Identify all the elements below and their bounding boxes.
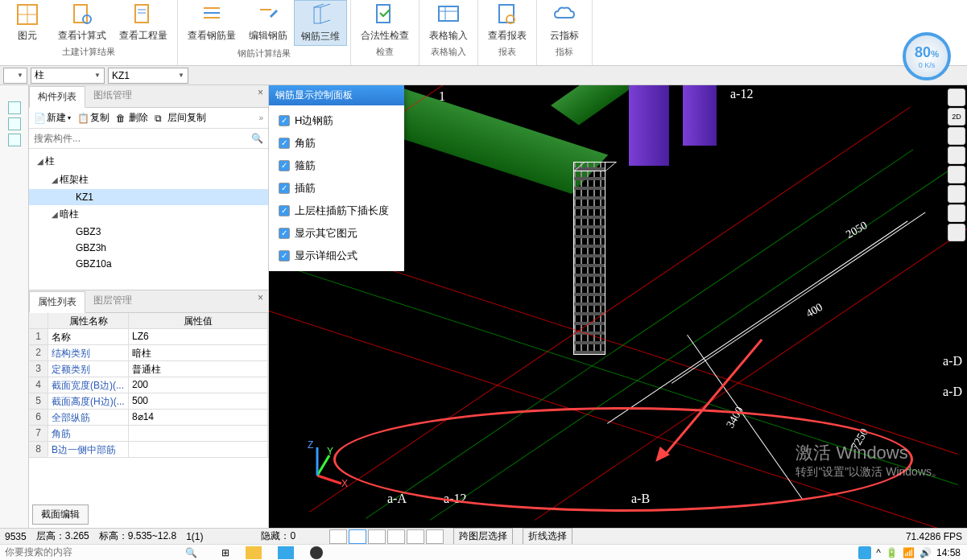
ribbon-view-report[interactable]: 查看报表 [481,0,533,44]
view-tool-1[interactable] [948,89,965,106]
taskbar-app-3[interactable] [310,546,323,559]
view-tool-2d[interactable]: 2D [948,108,965,126]
status-fps: 71.4286 FPS [906,531,962,542]
narrow-btn-3[interactable] [8,134,21,146]
new-button[interactable]: 📄新建 ▾ [34,111,71,125]
taskbar-search-hint[interactable]: 你要搜索的内容 [0,546,72,559]
taskbar-search-icon[interactable]: 🔍 [185,547,197,558]
tray-chevron-up-icon[interactable]: ^ [876,547,881,558]
ribbon-view-quantity[interactable]: 查看工程量 [113,0,174,44]
tree-item[interactable]: KZ1 [29,189,268,205]
dropdown-1[interactable]: ▼ [3,68,27,84]
status-tool-1[interactable] [329,529,347,544]
status-tool-4[interactable] [387,529,405,544]
status-tool-6[interactable] [426,529,444,544]
tree-item[interactable]: GBZ3h [29,240,268,256]
checkbox-icon: ✓ [279,115,290,126]
ribbon-legality-check[interactable]: 合法性检查 [354,0,415,44]
panel-close-icon[interactable]: × [253,85,268,107]
taskbar-app-1[interactable]: ⊞ [221,547,229,558]
layer-copy-button[interactable]: ⧉层间复制 [155,111,206,125]
checkbox-item[interactable]: ✓箍筋 [279,159,395,173]
ribbon-view-element[interactable]: 图元 [3,0,52,44]
left-narrow-toolbar [0,85,29,528]
ribbon-table-input[interactable]: 表格输入 [423,0,474,44]
tray-icon-1[interactable] [858,546,871,559]
search-icon[interactable]: 🔍 [250,133,263,144]
axis-label: a-A [387,492,407,506]
toolbar-more-icon[interactable]: » [258,113,263,122]
status-tool-5[interactable] [407,529,424,544]
speed-gauge[interactable]: 80% 0 K/s [903,32,951,80]
viewport-3d[interactable]: 钢筋显示控制面板 ✓H边钢筋✓角筋✓箍筋✓插筋✓上层柱插筋下插长度✓显示其它图元… [269,85,967,528]
ribbon-group-label-table: 表格输入 [423,44,474,60]
checkbox-item[interactable]: ✓H边钢筋 [279,113,395,128]
tab-layer-mgmt[interactable]: 图层管理 [85,290,140,312]
prop-header-value: 属性值 [129,313,268,328]
tray-wifi-icon[interactable]: 📶 [903,547,915,558]
ribbon-group-label-check: 检查 [354,44,415,60]
ribbon-group-label-civil: 土建计算结果 [3,44,174,60]
checkbox-item[interactable]: ✓上层柱插筋下插长度 [279,204,395,218]
ribbon-cloud-index[interactable]: 云指标 [540,0,589,44]
tab-component-list[interactable]: 构件列表 [29,86,85,108]
tab-property-list[interactable]: 属性列表 [29,291,85,313]
view-tool-refresh[interactable] [948,146,965,164]
dropdown-component[interactable]: KZ1▼ [108,68,188,84]
property-row[interactable]: 6全部纵筋8⌀14 [29,410,268,426]
view-tool-5[interactable] [948,185,965,203]
rebar-display-panel: 钢筋显示控制面板 ✓H边钢筋✓角筋✓箍筋✓插筋✓上层柱插筋下插长度✓显示其它图元… [269,85,404,271]
checkbox-item[interactable]: ✓显示其它图元 [279,226,395,241]
view-tool-7[interactable] [948,224,965,241]
checkbox-item[interactable]: ✓显示详细公式 [279,249,395,263]
property-table: 属性名称 属性值 1名称LZ62结构类别暗柱3定额类别普通柱4截面宽度(B边)(… [29,313,268,501]
tree-item[interactable]: GBZ3 [29,224,268,240]
tree-item[interactable]: GBZ10a [29,256,268,272]
property-row[interactable]: 5截面高度(H边)(...500 [29,393,268,410]
status-bar: 9535 层高：3.265 标高：9.535~12.8 1(1) 隐藏：0 跨图… [0,528,967,544]
cross-layer-select-button[interactable]: 跨图层选择 [453,528,513,545]
checkbox-item[interactable]: ✓角筋 [279,136,395,150]
status-tool-3[interactable] [368,529,386,544]
prop-panel-close-icon[interactable]: × [253,290,268,312]
dropdown-category[interactable]: 柱▼ [31,68,105,84]
doc-list-icon [130,2,156,27]
view-tool-6[interactable] [948,204,965,222]
taskbar-app-explorer[interactable] [246,546,262,559]
check-icon [372,2,398,27]
search-input[interactable] [34,130,250,146]
polyline-select-button[interactable]: 折线选择 [523,528,572,545]
view-tool-rotate[interactable] [948,166,965,183]
component-tabs: 构件列表 图纸管理 × [29,85,268,108]
property-row[interactable]: 3定额类别普通柱 [29,361,268,377]
ribbon-rebar-3d[interactable]: 钢筋三维 [294,0,347,46]
tree-item[interactable]: ◢框架柱 [29,171,268,189]
ribbon-view-rebar[interactable]: 查看钢筋量 [181,0,242,46]
tab-drawing-mgmt[interactable]: 图纸管理 [85,85,140,107]
tree-item[interactable]: ◢暗柱 [29,205,268,224]
property-row[interactable]: 8B边一侧中部筋 [29,442,268,458]
narrow-btn-2[interactable] [8,117,21,130]
section-edit-button[interactable]: 截面编辑 [32,504,89,525]
tree-item[interactable]: ◢柱 [29,152,268,171]
checkbox-item[interactable]: ✓插筋 [279,181,395,196]
gizmo-z-label: Z [308,439,313,451]
delete-button[interactable]: 🗑删除 [116,111,148,125]
panel-title[interactable]: 钢筋显示控制面板 [269,85,404,105]
narrow-btn-1[interactable] [8,101,21,114]
property-row[interactable]: 2结构类别暗柱 [29,345,268,361]
status-tool-2[interactable] [349,529,366,544]
property-row[interactable]: 1名称LZ6 [29,329,268,345]
tray-battery-icon[interactable]: 🔋 [886,547,898,558]
ribbon-edit-rebar[interactable]: 编辑钢筋 [242,0,294,46]
taskbar-app-2[interactable] [278,546,294,559]
property-row[interactable]: 4截面宽度(B边)(...200 [29,377,268,393]
copy-button[interactable]: 📋复制 [77,111,110,125]
property-row[interactable]: 7角筋 [29,426,268,442]
view-tool-cube[interactable] [948,127,965,145]
svg-rect-5 [135,5,148,23]
status-floor-height: 3.265 [65,530,89,541]
ribbon-view-formula[interactable]: 查看计算式 [52,0,113,44]
tray-clock[interactable]: 14:58 [936,547,961,558]
tray-volume-icon[interactable]: 🔊 [919,547,932,558]
